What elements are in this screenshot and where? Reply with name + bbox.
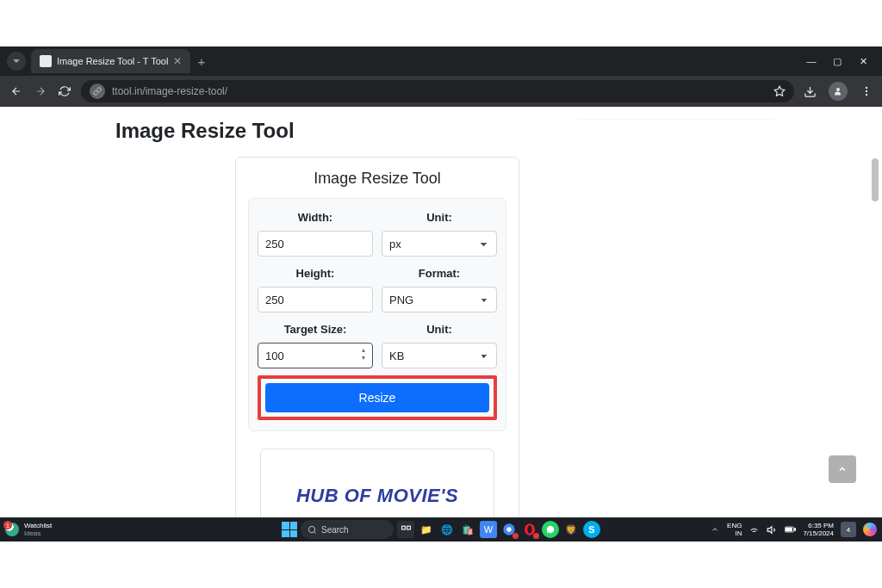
svg-marker-12 [767, 526, 772, 533]
scrollbar[interactable] [870, 107, 879, 517]
notification-badge [533, 533, 539, 539]
volume-icon[interactable] [767, 524, 778, 535]
format-label: Format: [382, 263, 497, 280]
url-input[interactable]: ttool.in/image-resize-tool/ [81, 80, 794, 102]
taskbar-app-word[interactable]: W [480, 521, 497, 538]
taskbar-app-skype[interactable]: S [583, 521, 600, 538]
language-indicator[interactable]: ENG IN [727, 522, 742, 537]
stepper-down-icon[interactable]: ▾ [359, 355, 368, 362]
browser-tab[interactable]: Image Resize Tool - T Tool ✕ [31, 49, 190, 73]
profile-button[interactable] [829, 82, 848, 101]
widgets-icon: 1 [5, 523, 19, 536]
svg-point-5 [308, 526, 314, 532]
copilot-icon[interactable] [863, 523, 877, 536]
svg-point-9 [506, 527, 511, 531]
card-title: Image Resize Tool [248, 170, 506, 188]
tray-chevron-icon[interactable] [709, 524, 720, 535]
site-info-icon[interactable] [90, 84, 105, 99]
height-input[interactable] [258, 287, 373, 313]
clock[interactable]: 6:35 PM 7/15/2024 [803, 522, 834, 537]
svg-point-1 [836, 88, 840, 91]
unit-label: Unit: [382, 207, 497, 224]
widgets-title: Watchlist [24, 522, 52, 529]
scrollbar-thumb[interactable] [872, 158, 879, 201]
format-select[interactable]: PNG [382, 287, 497, 313]
task-view-icon[interactable] [397, 521, 414, 538]
svg-point-2 [866, 87, 867, 89]
taskbar-app-chrome[interactable] [500, 521, 518, 538]
taskbar-app-opera[interactable] [521, 521, 538, 538]
page-title: Image Resize Tool [115, 119, 653, 143]
size-unit-label: Unit: [382, 319, 497, 336]
wifi-icon[interactable] [748, 524, 760, 535]
new-tab-button[interactable]: + [197, 54, 205, 69]
notification-badge [512, 533, 519, 539]
taskbar-app-whatsapp[interactable] [542, 521, 559, 538]
size-unit-select[interactable]: KB [382, 343, 497, 368]
menu-icon[interactable] [860, 84, 873, 98]
taskbar-app-brave[interactable]: 🦁 [562, 521, 580, 538]
svg-rect-7 [407, 526, 410, 529]
svg-rect-15 [786, 528, 792, 531]
tab-bar: Image Resize Tool - T Tool ✕ + — ▢ ✕ [0, 46, 882, 76]
bookmark-icon[interactable] [773, 85, 786, 97]
address-bar: ttool.in/image-resize-tool/ [0, 76, 882, 107]
forward-button[interactable] [33, 84, 48, 99]
height-label: Height: [258, 263, 373, 280]
target-size-input[interactable] [258, 343, 373, 368]
taskbar-app-explorer[interactable]: 📁 [418, 521, 435, 538]
tab-search-dropdown[interactable] [7, 52, 26, 71]
width-input[interactable] [258, 231, 373, 257]
form-panel: Width: Unit: px Height: Format: PNG [248, 198, 506, 431]
close-window-button[interactable]: ✕ [858, 56, 868, 67]
battery-icon[interactable] [785, 524, 796, 535]
tab-title: Image Resize Tool - T Tool [57, 56, 168, 66]
taskbar-search[interactable]: Search [301, 520, 394, 539]
close-icon[interactable]: ✕ [173, 55, 182, 67]
svg-rect-6 [401, 526, 405, 529]
maximize-button[interactable]: ▢ [832, 56, 842, 67]
svg-point-4 [866, 94, 867, 96]
highlight-annotation: Resize [258, 375, 497, 420]
notification-center[interactable]: 4 [841, 522, 856, 537]
search-icon [307, 525, 317, 535]
download-icon[interactable] [803, 84, 817, 98]
resize-card: Image Resize Tool Width: Unit: px Height… [235, 157, 519, 517]
stepper-up-icon[interactable]: ▴ [359, 347, 368, 354]
widgets-subtitle: Ideas [24, 529, 52, 537]
width-label: Width: [258, 207, 373, 224]
tab-favicon [40, 55, 52, 67]
target-size-label: Target Size: [258, 319, 373, 336]
svg-rect-14 [795, 529, 796, 531]
sidebar-widget [577, 107, 775, 119]
svg-point-3 [866, 90, 867, 92]
unit-select[interactable]: px [382, 231, 497, 257]
back-button[interactable] [9, 84, 24, 99]
scroll-to-top-button[interactable] [829, 455, 856, 483]
svg-point-11 [527, 525, 531, 533]
minimize-button[interactable]: — [806, 56, 817, 67]
taskbar-widgets[interactable]: 1 Watchlist Ideas [0, 522, 52, 537]
page-content: Image Resize Tool Image Resize Tool Widt… [0, 107, 882, 517]
preview-image-text: HUB OF MOVIE'S [296, 485, 458, 507]
taskbar-app-store[interactable]: 🛍️ [459, 521, 476, 538]
search-placeholder: Search [321, 525, 349, 535]
widgets-badge: 1 [3, 521, 12, 529]
reload-button[interactable] [57, 84, 72, 99]
url-text: ttool.in/image-resize-tool/ [112, 85, 227, 97]
svg-marker-0 [774, 86, 785, 96]
taskbar: 1 Watchlist Ideas Search 📁 🌐 🛍️ [0, 517, 882, 542]
taskbar-app-edge[interactable]: 🌐 [438, 521, 456, 538]
preview-card: HUB OF MOVIE'S [260, 449, 494, 517]
start-button[interactable] [282, 522, 297, 537]
resize-button[interactable]: Resize [265, 383, 489, 412]
